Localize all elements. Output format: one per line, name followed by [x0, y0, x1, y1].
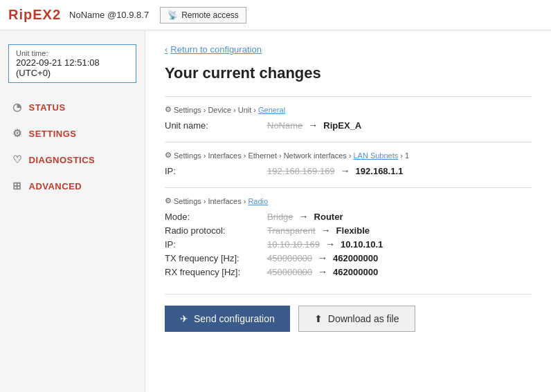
field-label: TX frequency [Hz]: [165, 253, 262, 263]
old-value: Transparent [267, 225, 316, 236]
table-row: Radio protocol: Transparent → Flexible [165, 225, 532, 236]
new-value: Flexible [336, 225, 370, 236]
table-row: RX frequency [Hz]: 450000000 → 462000000 [165, 266, 532, 277]
remote-access-button[interactable]: 📡 Remote access [160, 7, 246, 24]
field-label: RX frequency [Hz]: [165, 267, 262, 277]
sidebar-item-label: ADVANCED [29, 181, 82, 192]
change-section-lan: ⚙ Settings › Interfaces › Ethernet › Net… [165, 142, 532, 176]
main-layout: Unit time: 2022-09-21 12:51:08 (UTC+0) ◔… [0, 30, 551, 392]
content: ‹ Return to configuration Your current c… [145, 30, 551, 392]
table-row: Mode: Bridge → Router [165, 211, 532, 222]
field-label: Unit name: [165, 120, 262, 131]
sidebar-item-label: STATUS [29, 102, 66, 113]
table-row: IP: 10.10.10.169 → 10.10.10.1 [165, 239, 532, 250]
arrow-icon: → [318, 252, 327, 263]
back-link-text: Return to configuration [170, 44, 262, 55]
field-label: Mode: [165, 212, 262, 222]
breadcrumb-link-general[interactable]: General [258, 106, 285, 114]
new-value: 192.168.1.1 [356, 166, 404, 176]
breadcrumb-lan: ⚙ Settings › Interfaces › Ethernet › Net… [165, 151, 532, 160]
sidebar: Unit time: 2022-09-21 12:51:08 (UTC+0) ◔… [0, 30, 145, 392]
download-icon: ⬆ [314, 313, 323, 324]
sidebar-item-advanced[interactable]: ⊞ ADVANCED [0, 173, 145, 199]
diagnostics-icon: ♡ [12, 153, 22, 166]
arrow-icon: → [325, 239, 335, 250]
sidebar-item-settings[interactable]: ⚙ SETTINGS [0, 120, 145, 147]
settings-icon: ⚙ [12, 127, 22, 140]
arrow-icon: → [299, 211, 309, 222]
logo: RipEX2 [8, 7, 61, 23]
back-link[interactable]: ‹ Return to configuration [165, 44, 532, 55]
status-icon: ◔ [12, 101, 22, 113]
change-section-unit: ⚙ Settings › Device › Unit › General Uni… [165, 96, 532, 131]
old-value: 450000000 [267, 253, 312, 263]
new-value: 10.10.10.1 [341, 239, 383, 250]
header: RipEX2 NoName @10.9.8.7 📡 Remote access [0, 0, 551, 30]
gear-icon: ⚙ [165, 196, 172, 205]
new-value: RipEX_A [323, 120, 361, 131]
field-label: IP: [165, 166, 262, 176]
old-value: 192.168.169.169 [267, 166, 335, 176]
unit-time-label: Unit time: [16, 49, 129, 57]
device-name: NoName @10.9.8.7 [69, 10, 149, 20]
old-value: Bridge [267, 212, 293, 222]
gear-icon: ⚙ [165, 105, 172, 114]
breadcrumb-unit: ⚙ Settings › Device › Unit › General [165, 105, 532, 114]
sidebar-item-diagnostics[interactable]: ♡ DIAGNOSTICS [0, 147, 145, 173]
download-as-file-button[interactable]: ⬆ Download as file [298, 306, 415, 332]
antenna-icon: 📡 [168, 10, 178, 20]
new-value: 462000000 [333, 253, 378, 263]
old-value: 450000000 [267, 267, 312, 277]
old-value: NoName [267, 120, 302, 131]
field-label: Radio protocol: [165, 225, 262, 236]
new-value: Router [314, 212, 343, 222]
unit-time-value: 2022-09-21 12:51:08 (UTC+0) [16, 57, 129, 78]
breadcrumb-radio: ⚙ Settings › Interfaces › Radio [165, 196, 532, 205]
table-row: IP: 192.168.169.169 → 192.168.1.1 [165, 165, 532, 176]
advanced-icon: ⊞ [12, 180, 22, 192]
old-value: 10.10.10.169 [267, 239, 320, 250]
arrow-icon: → [308, 120, 318, 131]
change-section-radio: ⚙ Settings › Interfaces › Radio Mode: Br… [165, 187, 532, 277]
sidebar-item-label: DIAGNOSTICS [29, 155, 96, 165]
sidebar-item-status[interactable]: ◔ STATUS [0, 94, 145, 120]
send-configuration-button[interactable]: ✈ Send configuration [165, 306, 290, 332]
arrow-icon: → [341, 165, 350, 176]
gear-icon: ⚙ [165, 151, 172, 160]
breadcrumb-link-radio[interactable]: Radio [248, 197, 268, 205]
page-title: Your current changes [165, 64, 532, 82]
table-row: TX frequency [Hz]: 450000000 → 462000000 [165, 252, 532, 263]
new-value: 462000000 [333, 267, 378, 277]
send-icon: ✈ [180, 313, 188, 324]
breadcrumb-link-lan-subnets[interactable]: LAN Subnets [353, 151, 398, 160]
arrow-icon: → [321, 225, 331, 236]
sidebar-item-label: SETTINGS [29, 129, 77, 139]
back-arrow-icon: ‹ [165, 44, 168, 55]
field-label: IP: [165, 239, 262, 250]
unit-time-box: Unit time: 2022-09-21 12:51:08 (UTC+0) [8, 44, 136, 83]
action-bar: ✈ Send configuration ⬆ Download as file [165, 294, 532, 332]
table-row: Unit name: NoName → RipEX_A [165, 120, 532, 131]
arrow-icon: → [318, 266, 327, 277]
